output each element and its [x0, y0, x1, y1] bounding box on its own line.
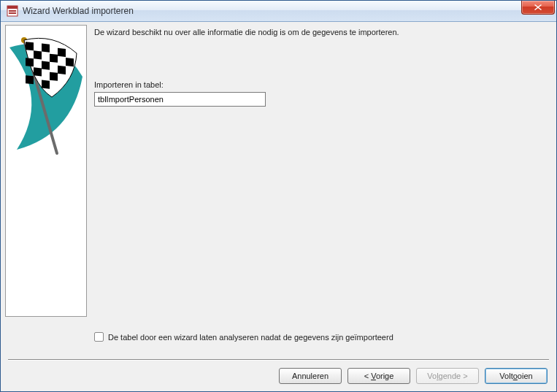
close-icon: [534, 4, 542, 10]
window-title: Wizard Werkblad importeren: [23, 6, 134, 16]
intro-text: De wizard beschikt nu over alle informat…: [94, 28, 552, 36]
app-icon: [7, 5, 18, 17]
svg-rect-3: [9, 12, 16, 14]
svg-rect-1: [7, 6, 18, 9]
svg-rect-8: [58, 48, 66, 57]
svg-rect-6: [26, 42, 34, 50]
cancel-label: Annuleren: [292, 372, 329, 380]
client-area: De wizard beschikt nu over alle informat…: [1, 22, 556, 391]
titlebar: Wizard Werkblad importeren: [1, 1, 556, 22]
finish-button[interactable]: Voltooien: [485, 368, 548, 384]
svg-rect-11: [66, 58, 74, 66]
finish-label: Voltooien: [499, 372, 532, 380]
svg-rect-13: [42, 61, 50, 70]
svg-rect-18: [42, 80, 50, 89]
next-label: Volgende >: [427, 372, 467, 380]
back-label: < Vorige: [364, 372, 394, 380]
wizard-window: Wizard Werkblad importeren: [0, 0, 557, 392]
content-row: De wizard beschikt nu over alle informat…: [5, 25, 552, 356]
svg-rect-16: [50, 72, 58, 81]
separator: [8, 359, 549, 361]
next-button: Volgende >: [416, 368, 479, 384]
close-button[interactable]: [521, 1, 555, 15]
cancel-button[interactable]: Annuleren: [279, 368, 342, 384]
svg-rect-7: [42, 44, 50, 53]
svg-rect-15: [34, 67, 42, 76]
spacer: [94, 107, 552, 310]
button-row: Annuleren < Vorige Volgende > Voltooien: [5, 368, 552, 385]
table-name-input[interactable]: [94, 92, 266, 107]
analyze-label: De tabel door een wizard laten analysere…: [108, 333, 393, 342]
wizard-finish-image: [5, 25, 87, 317]
analyze-option[interactable]: De tabel door een wizard laten analysere…: [94, 332, 552, 342]
back-button[interactable]: < Vorige: [347, 368, 410, 384]
svg-rect-17: [26, 75, 34, 84]
svg-rect-14: [58, 66, 66, 74]
svg-rect-12: [26, 58, 34, 66]
svg-rect-9: [34, 50, 42, 59]
right-pane: De wizard beschikt nu over alle informat…: [94, 25, 552, 356]
window-buttons: [521, 1, 555, 15]
checkbox-icon[interactable]: [94, 332, 104, 342]
table-name-label: Importeren in tabel:: [94, 80, 552, 89]
svg-rect-10: [50, 54, 58, 63]
svg-rect-2: [9, 10, 16, 12]
